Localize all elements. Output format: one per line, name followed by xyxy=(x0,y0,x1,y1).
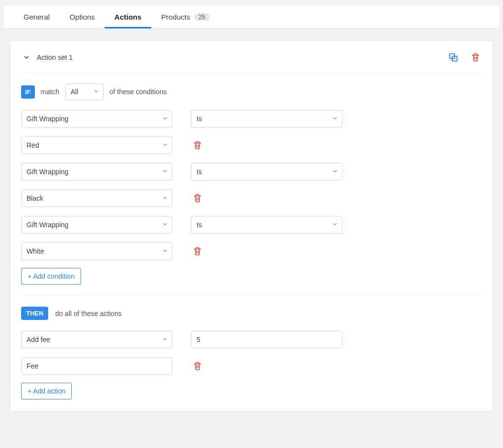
select-value: Gift Wrapping xyxy=(27,115,68,123)
select-value: White xyxy=(27,247,44,255)
then-suffix: do all of these actions xyxy=(55,310,121,317)
if-pill: IF xyxy=(21,85,35,99)
tab-options[interactable]: Options xyxy=(59,6,105,28)
chevron-down-icon xyxy=(332,221,338,229)
condition-value-select[interactable]: White xyxy=(21,242,172,260)
add-condition-button[interactable]: + Add condition xyxy=(21,268,81,285)
select-value: Red xyxy=(27,141,39,149)
tabs-container: General Options Actions Products 25 xyxy=(4,6,499,28)
tab-label: Options xyxy=(69,13,95,21)
select-value: Is xyxy=(196,221,202,229)
chevron-down-icon xyxy=(93,88,99,96)
action-type-select[interactable]: Add fee xyxy=(21,331,172,348)
condition-operator-select[interactable]: Is xyxy=(191,110,342,128)
condition-field-select[interactable]: Gift Wrapping xyxy=(21,216,172,234)
tab-label: Actions xyxy=(114,13,141,21)
delete-condition-button[interactable] xyxy=(191,139,204,152)
select-value: Gift Wrapping xyxy=(27,168,68,176)
chevron-down-icon xyxy=(162,115,168,123)
chevron-down-icon xyxy=(23,54,30,61)
condition-value-select[interactable]: Black xyxy=(21,189,172,207)
match-select[interactable]: All xyxy=(65,83,104,100)
condition-value-select[interactable]: Red xyxy=(21,136,172,154)
duplicate-button[interactable] xyxy=(447,51,460,64)
action-amount-input[interactable] xyxy=(191,331,342,348)
copy-icon xyxy=(448,53,458,62)
select-value: Add fee xyxy=(27,336,50,343)
then-pill: THEN xyxy=(21,307,48,320)
collapse-toggle[interactable] xyxy=(21,52,32,63)
select-value: Gift Wrapping xyxy=(27,221,68,229)
tab-actions[interactable]: Actions xyxy=(105,6,151,28)
chevron-down-icon xyxy=(162,168,168,176)
select-value: Is xyxy=(196,168,202,176)
tab-general[interactable]: General xyxy=(14,6,59,28)
trash-icon xyxy=(193,362,202,370)
section-divider xyxy=(21,294,482,295)
delete-condition-button[interactable] xyxy=(191,192,204,205)
products-count-badge: 25 xyxy=(194,13,209,21)
trash-icon xyxy=(193,141,202,150)
condition-field-select[interactable]: Gift Wrapping xyxy=(21,110,172,128)
chevron-down-icon xyxy=(162,194,168,202)
action-label-input[interactable] xyxy=(21,357,172,375)
match-select-value: All xyxy=(71,88,79,96)
condition-field-select[interactable]: Gift Wrapping xyxy=(21,163,172,181)
match-label: match xyxy=(41,88,59,96)
chevron-down-icon xyxy=(332,168,338,176)
trash-icon xyxy=(193,247,202,256)
chevron-down-icon xyxy=(162,336,168,343)
tab-label: General xyxy=(24,13,50,21)
add-action-button[interactable]: + Add action xyxy=(21,383,72,399)
condition-operator-select[interactable]: Is xyxy=(191,163,342,181)
select-value: Black xyxy=(27,194,43,202)
chevron-down-icon xyxy=(332,115,338,123)
tab-label: Products xyxy=(161,13,190,21)
trash-icon xyxy=(193,194,202,203)
tab-products[interactable]: Products 25 xyxy=(151,6,220,28)
chevron-down-icon xyxy=(162,221,168,229)
chevron-down-icon xyxy=(162,141,168,149)
chevron-down-icon xyxy=(162,247,168,255)
action-set-panel: Action set 1 IF match All of these c xyxy=(10,40,493,412)
select-value: Is xyxy=(196,115,202,123)
action-set-title: Action set 1 xyxy=(37,53,73,61)
delete-condition-button[interactable] xyxy=(191,245,204,258)
trash-icon xyxy=(471,53,480,62)
delete-set-button[interactable] xyxy=(469,51,482,64)
condition-operator-select[interactable]: Is xyxy=(191,216,342,234)
match-suffix: of these conditions xyxy=(110,88,167,96)
delete-action-button[interactable] xyxy=(191,360,204,372)
